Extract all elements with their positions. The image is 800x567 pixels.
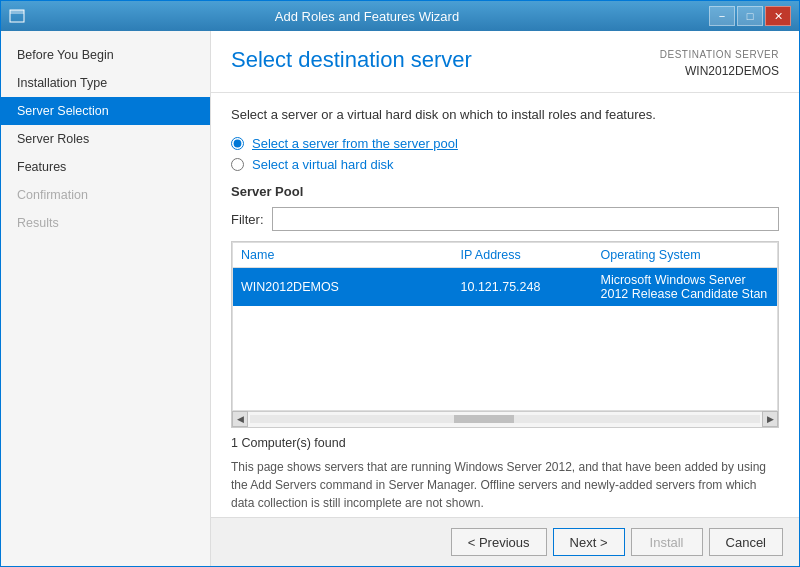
sidebar-item-results: Results — [1, 209, 210, 237]
scroll-track[interactable] — [250, 415, 760, 423]
destination-value: WIN2012DEMOS — [660, 62, 779, 80]
server-ip: 10.121.75.248 — [453, 268, 593, 307]
install-button[interactable]: Install — [631, 528, 703, 556]
content-area: Before You Begin Installation Type Serve… — [1, 31, 799, 566]
server-name: WIN2012DEMOS — [233, 268, 453, 307]
wizard-window: Add Roles and Features Wizard − □ ✕ Befo… — [0, 0, 800, 567]
radio-group: Select a server from the server pool Sel… — [231, 136, 779, 172]
page-body: Select a server or a virtual hard disk o… — [211, 93, 799, 517]
table-scroll-area: Name IP Address Operating System WIN2012… — [232, 242, 778, 411]
cancel-button[interactable]: Cancel — [709, 528, 783, 556]
previous-button[interactable]: < Previous — [451, 528, 547, 556]
found-text: 1 Computer(s) found — [231, 436, 779, 450]
minimize-button[interactable]: − — [709, 6, 735, 26]
col-ip: IP Address — [453, 243, 593, 268]
empty-row-4 — [233, 384, 778, 410]
server-os: Microsoft Windows Server 2012 Release Ca… — [593, 268, 778, 307]
sidebar-item-features[interactable]: Features — [1, 153, 210, 181]
instruction-text: Select a server or a virtual hard disk o… — [231, 107, 779, 122]
page-title: Select destination server — [231, 47, 472, 73]
page-header: Select destination server DESTINATION SE… — [211, 31, 799, 93]
empty-row-3 — [233, 358, 778, 384]
next-button[interactable]: Next > — [553, 528, 625, 556]
sidebar-item-before-you-begin[interactable]: Before You Begin — [1, 41, 210, 69]
server-table: Name IP Address Operating System WIN2012… — [232, 242, 778, 411]
radio-vhd[interactable]: Select a virtual hard disk — [231, 157, 779, 172]
server-table-wrapper: Name IP Address Operating System WIN2012… — [231, 241, 779, 428]
destination-server-info: DESTINATION SERVER WIN2012DEMOS — [660, 47, 779, 80]
radio-server-pool-label[interactable]: Select a server from the server pool — [252, 136, 458, 151]
sidebar: Before You Begin Installation Type Serve… — [1, 31, 211, 566]
title-bar: Add Roles and Features Wizard − □ ✕ — [1, 1, 799, 31]
window-title: Add Roles and Features Wizard — [25, 9, 709, 24]
radio-server-pool[interactable]: Select a server from the server pool — [231, 136, 779, 151]
sidebar-item-confirmation: Confirmation — [1, 181, 210, 209]
main-content: Select destination server DESTINATION SE… — [211, 31, 799, 566]
filter-input[interactable] — [272, 207, 780, 231]
maximize-button[interactable]: □ — [737, 6, 763, 26]
server-pool-section: Server Pool Filter: Name — [231, 184, 779, 512]
wizard-icon — [9, 8, 25, 24]
server-pool-title: Server Pool — [231, 184, 779, 199]
filter-label: Filter: — [231, 212, 264, 227]
empty-row-2 — [233, 332, 778, 358]
horizontal-scrollbar[interactable]: ◀ ▶ — [232, 411, 778, 427]
radio-server-pool-input[interactable] — [231, 137, 244, 150]
radio-vhd-label[interactable]: Select a virtual hard disk — [252, 157, 394, 172]
footer: < Previous Next > Install Cancel — [211, 517, 799, 566]
scroll-left-arrow[interactable]: ◀ — [232, 411, 248, 427]
svg-rect-1 — [10, 10, 24, 14]
title-bar-controls: − □ ✕ — [709, 6, 791, 26]
close-button[interactable]: ✕ — [765, 6, 791, 26]
table-header-row: Name IP Address Operating System — [233, 243, 778, 268]
description-text: This page shows servers that are running… — [231, 458, 779, 512]
table-row[interactable]: WIN2012DEMOS 10.121.75.248 Microsoft Win… — [233, 268, 778, 307]
scroll-right-arrow[interactable]: ▶ — [762, 411, 778, 427]
col-os: Operating System — [593, 243, 778, 268]
scroll-thumb[interactable] — [454, 415, 514, 423]
sidebar-item-server-roles[interactable]: Server Roles — [1, 125, 210, 153]
empty-row-1 — [233, 306, 778, 332]
radio-vhd-input[interactable] — [231, 158, 244, 171]
title-bar-left — [9, 8, 25, 24]
destination-label: DESTINATION SERVER — [660, 47, 779, 62]
col-name: Name — [233, 243, 453, 268]
sidebar-item-installation-type[interactable]: Installation Type — [1, 69, 210, 97]
filter-row: Filter: — [231, 207, 779, 231]
sidebar-item-server-selection[interactable]: Server Selection — [1, 97, 210, 125]
